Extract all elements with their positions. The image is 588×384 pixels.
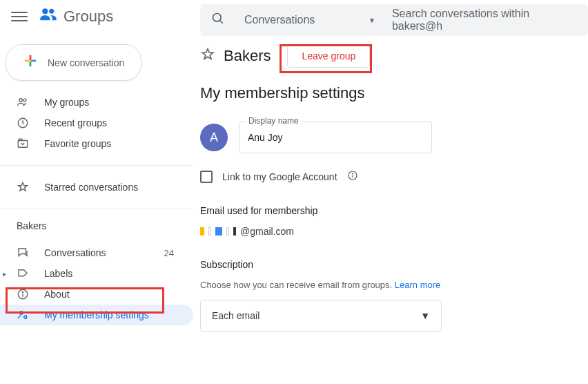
group-section-label: Bakers [0, 215, 193, 237]
subscription-value: Each email [212, 310, 259, 321]
subscription-dropdown[interactable]: Each email ▼ [200, 300, 442, 332]
sidebar-item-my-groups[interactable]: My groups [0, 92, 193, 113]
svg-rect-6 [25, 60, 30, 62]
page-title: My membership settings [200, 84, 588, 102]
hamburger-menu[interactable] [11, 8, 28, 25]
sidebar-item-recent-groups[interactable]: Recent groups [0, 113, 193, 133]
chevron-down-icon: ▼ [420, 310, 430, 321]
svg-point-19 [352, 173, 353, 174]
link-account-checkbox[interactable] [200, 171, 213, 183]
svg-rect-5 [30, 61, 32, 66]
learn-more-link[interactable]: Learn more [395, 280, 440, 290]
clock-icon [17, 117, 33, 129]
new-conversation-label: New conversation [48, 57, 124, 68]
svg-point-14 [22, 291, 23, 292]
svg-line-3 [220, 21, 223, 23]
svg-point-0 [42, 8, 48, 14]
info-icon[interactable] [347, 170, 358, 183]
subscription-title: Subscription [200, 259, 588, 270]
leave-group-button[interactable]: Leave group [287, 44, 370, 68]
svg-point-2 [213, 14, 222, 22]
group-title: Bakers [224, 47, 271, 65]
sidebar-item-favorite-groups[interactable]: Favorite groups [0, 133, 193, 154]
chat-icon [17, 247, 33, 259]
chevron-down-icon: ▼ [369, 17, 375, 24]
svg-rect-7 [31, 60, 36, 62]
tag-icon [17, 267, 33, 280]
conversations-count: 24 [164, 248, 182, 258]
app-name: Groups [63, 8, 113, 26]
bookmark-folder-icon [17, 137, 33, 150]
email-section-title: Email used for membership [200, 205, 588, 216]
search-icon [211, 12, 225, 28]
search-input[interactable]: Search conversations within bakers@h [392, 8, 577, 32]
display-name-input[interactable] [239, 122, 432, 153]
groups-icon [39, 5, 58, 28]
subscription-description: Choose how you can receive email from gr… [200, 280, 588, 290]
svg-rect-4 [30, 55, 32, 60]
person-gear-icon [17, 309, 33, 321]
membership-email: @gmail.com [200, 226, 588, 237]
sidebar-item-conversations[interactable]: Conversations 24 [0, 242, 193, 263]
new-conversation-button[interactable]: New conversation [6, 44, 141, 81]
info-icon [17, 288, 33, 300]
svg-point-9 [23, 99, 26, 102]
star-outline-icon[interactable] [200, 47, 215, 66]
plus-icon [23, 53, 38, 72]
star-icon [17, 181, 33, 193]
svg-point-1 [49, 9, 54, 14]
svg-point-15 [20, 311, 23, 315]
app-logo[interactable]: Groups [39, 5, 113, 28]
search-scope-dropdown[interactable]: Conversations [244, 14, 315, 26]
people-icon [17, 96, 33, 108]
display-name-label: Display name [246, 116, 302, 126]
avatar: A [200, 124, 228, 151]
sidebar-item-membership-settings[interactable]: My membership settings [0, 305, 193, 325]
expand-caret-icon[interactable]: ▸ [3, 270, 6, 278]
sidebar-item-about[interactable]: About [0, 284, 193, 305]
svg-rect-11 [18, 141, 28, 148]
sidebar-item-labels[interactable]: ▸ Labels [0, 263, 193, 284]
search-bar[interactable]: Conversations ▼ Search conversations wit… [200, 4, 588, 36]
sidebar-item-starred[interactable]: Starred conversations [0, 177, 193, 198]
link-account-label: Link to my Google Account [222, 171, 337, 182]
svg-point-8 [19, 99, 23, 102]
